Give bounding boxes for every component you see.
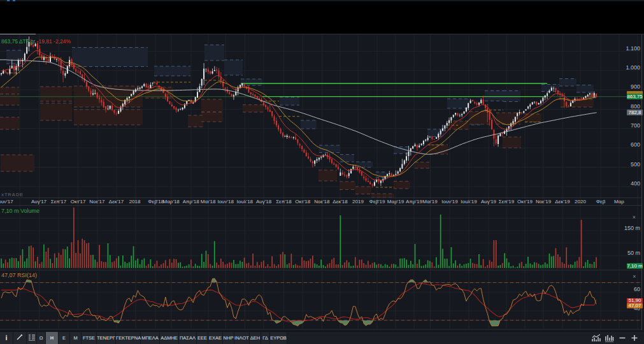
svg-text:xTRADE: xTRADE — [1, 192, 24, 197]
